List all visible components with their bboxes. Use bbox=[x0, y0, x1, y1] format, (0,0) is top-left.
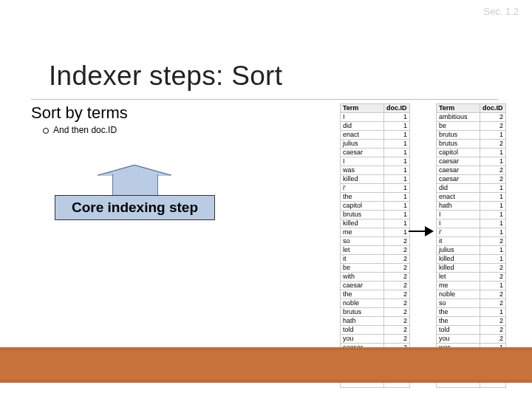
ring-bullet-icon bbox=[43, 128, 49, 134]
cell-term: did bbox=[437, 184, 480, 193]
cell-term: be bbox=[437, 122, 480, 131]
table-row: noble2 bbox=[341, 299, 410, 308]
cell-term: caesar bbox=[437, 157, 480, 166]
table-row: the2 bbox=[437, 317, 506, 326]
right-arrow-icon bbox=[409, 226, 434, 236]
cell-docid: 2 bbox=[480, 317, 506, 326]
cell-docid: 1 bbox=[384, 219, 410, 228]
footer-band-inner bbox=[0, 350, 532, 380]
cell-docid: 2 bbox=[384, 264, 410, 273]
cell-term: killed bbox=[341, 175, 384, 184]
cell-docid: 2 bbox=[480, 273, 506, 282]
cell-term: I bbox=[341, 113, 384, 122]
table-row: with2 bbox=[341, 273, 410, 282]
cell-docid: 1 bbox=[480, 202, 506, 211]
cell-term: I bbox=[437, 219, 480, 228]
cell-term: killed bbox=[341, 219, 384, 228]
cell-term: caesar bbox=[341, 282, 384, 290]
up-arrow-icon bbox=[98, 166, 171, 195]
table-row: brutus1 bbox=[437, 131, 506, 140]
slide-title: Indexer steps: Sort bbox=[49, 61, 282, 92]
table-row: julius1 bbox=[341, 140, 410, 149]
table-row: told2 bbox=[437, 326, 506, 335]
table-row: be2 bbox=[437, 122, 506, 131]
cell-docid: 2 bbox=[384, 299, 410, 308]
table-row: ambitious2 bbox=[437, 113, 506, 122]
cell-docid: 2 bbox=[480, 166, 506, 175]
cell-term: capitol bbox=[341, 202, 384, 211]
cell-docid: 2 bbox=[384, 290, 410, 299]
cell-term: killed bbox=[437, 264, 480, 273]
table-row: I1 bbox=[437, 219, 506, 228]
table-row: did1 bbox=[437, 184, 506, 193]
table-row: noble2 bbox=[437, 290, 506, 299]
table-row: i'1 bbox=[341, 184, 410, 193]
cell-docid: 1 bbox=[480, 246, 506, 255]
cell-term: it bbox=[341, 255, 384, 264]
cell-docid: 2 bbox=[480, 264, 506, 273]
table-row: so2 bbox=[437, 299, 506, 308]
cell-docid: 2 bbox=[384, 335, 410, 344]
table-row: you2 bbox=[341, 335, 410, 344]
cell-term: with bbox=[341, 273, 384, 282]
cell-docid: 2 bbox=[480, 290, 506, 299]
cell-docid: 1 bbox=[480, 131, 506, 140]
cell-term: did bbox=[341, 122, 384, 131]
cell-docid: 1 bbox=[480, 255, 506, 264]
table-row: caesar2 bbox=[437, 175, 506, 184]
cell-term: I bbox=[341, 157, 384, 166]
cell-docid: 1 bbox=[384, 211, 410, 219]
table-row: I1 bbox=[341, 113, 410, 122]
cell-term: it bbox=[437, 237, 480, 246]
table-row: was1 bbox=[341, 166, 410, 175]
cell-term: me bbox=[437, 282, 480, 290]
cell-docid: 2 bbox=[480, 140, 506, 149]
table-row: me1 bbox=[437, 282, 506, 290]
col-docid: doc.ID bbox=[480, 104, 506, 113]
bullet-level2: And then doc.ID bbox=[43, 125, 117, 135]
cell-term: julius bbox=[437, 246, 480, 255]
table-row: me1 bbox=[341, 228, 410, 237]
bullet-level2-text: And then doc.ID bbox=[53, 125, 117, 135]
cell-term: the bbox=[341, 193, 384, 202]
cell-term: let bbox=[341, 246, 384, 255]
cell-docid: 2 bbox=[384, 273, 410, 282]
cell-docid: 1 bbox=[384, 131, 410, 140]
slide: Sec. 1.2 Indexer steps: Sort Sort by ter… bbox=[0, 0, 532, 399]
table-row: let2 bbox=[341, 246, 410, 255]
cell-docid: 2 bbox=[384, 255, 410, 264]
cell-docid: 1 bbox=[480, 282, 506, 290]
cell-docid: 1 bbox=[384, 122, 410, 131]
table-row: i'1 bbox=[437, 228, 506, 237]
cell-docid: 2 bbox=[480, 326, 506, 335]
table-row: so2 bbox=[341, 237, 410, 246]
title-rule bbox=[31, 99, 498, 100]
cell-term: i' bbox=[437, 228, 480, 237]
cell-docid: 1 bbox=[384, 228, 410, 237]
table-row: enact1 bbox=[341, 131, 410, 140]
cell-term: killed bbox=[437, 255, 480, 264]
table-row: killed1 bbox=[437, 255, 506, 264]
cell-term: be bbox=[341, 264, 384, 273]
table-row: it2 bbox=[437, 237, 506, 246]
col-docid: doc.ID bbox=[384, 104, 410, 113]
sorted-table: Term doc.ID ambitious2be2brutus1brutus2c… bbox=[436, 103, 506, 388]
table-row: did1 bbox=[341, 122, 410, 131]
table-row: brutus2 bbox=[341, 308, 410, 317]
cell-term: I bbox=[437, 211, 480, 219]
cell-docid: 1 bbox=[384, 175, 410, 184]
table-row: I1 bbox=[437, 211, 506, 219]
table-row: the2 bbox=[341, 290, 410, 299]
cell-docid: 2 bbox=[384, 246, 410, 255]
cell-term: the bbox=[437, 317, 480, 326]
cell-term: you bbox=[437, 335, 480, 344]
cell-docid: 1 bbox=[384, 202, 410, 211]
cell-term: so bbox=[437, 299, 480, 308]
cell-docid: 1 bbox=[384, 184, 410, 193]
table-row: the1 bbox=[341, 193, 410, 202]
cell-docid: 1 bbox=[384, 140, 410, 149]
cell-term: brutus bbox=[341, 308, 384, 317]
table-row: I1 bbox=[341, 157, 410, 166]
cell-term: hath bbox=[437, 202, 480, 211]
cell-term: so bbox=[341, 237, 384, 246]
